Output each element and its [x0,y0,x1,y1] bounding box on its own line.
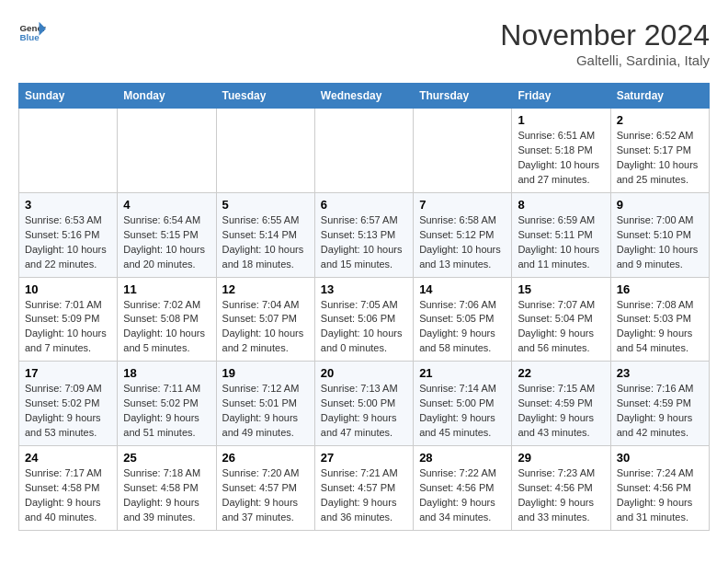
day-number: 18 [123,366,210,380]
day-number: 7 [419,198,506,212]
day-info: Sunrise: 7:08 AM Sunset: 5:03 PM Dayligh… [617,298,703,357]
calendar-cell [216,109,314,193]
calendar-cell: 6Sunrise: 6:57 AM Sunset: 5:13 PM Daylig… [314,192,413,277]
day-number: 15 [518,282,604,296]
calendar-cell: 25Sunrise: 7:18 AM Sunset: 4:58 PM Dayli… [118,446,216,531]
calendar-week-1: 3Sunrise: 6:53 AM Sunset: 5:16 PM Daylig… [19,192,710,277]
day-number: 3 [25,198,111,212]
title-block: November 2024 Galtelli, Sardinia, Italy [500,18,710,68]
day-info: Sunrise: 7:23 AM Sunset: 4:56 PM Dayligh… [518,466,604,525]
day-info: Sunrise: 6:54 AM Sunset: 5:15 PM Dayligh… [123,213,210,272]
calendar-cell: 14Sunrise: 7:06 AM Sunset: 5:05 PM Dayli… [414,277,512,362]
calendar-week-4: 24Sunrise: 7:17 AM Sunset: 4:58 PM Dayli… [19,446,710,531]
calendar-cell: 26Sunrise: 7:20 AM Sunset: 4:57 PM Dayli… [216,446,314,531]
day-number: 19 [222,366,309,380]
logo: General Blue [18,18,46,46]
calendar-cell: 11Sunrise: 7:02 AM Sunset: 5:08 PM Dayli… [118,277,216,362]
day-number: 22 [518,366,604,380]
logo-icon: General Blue [18,18,46,46]
day-info: Sunrise: 7:17 AM Sunset: 4:58 PM Dayligh… [25,466,111,525]
day-info: Sunrise: 7:06 AM Sunset: 5:05 PM Dayligh… [419,298,506,357]
day-info: Sunrise: 7:24 AM Sunset: 4:56 PM Dayligh… [617,466,703,525]
calendar-cell: 12Sunrise: 7:04 AM Sunset: 5:07 PM Dayli… [216,277,314,362]
calendar-cell: 21Sunrise: 7:14 AM Sunset: 5:00 PM Dayli… [414,362,512,446]
calendar-week-0: 1Sunrise: 6:51 AM Sunset: 5:18 PM Daylig… [19,109,710,193]
day-number: 11 [123,282,210,296]
day-number: 20 [321,366,407,380]
day-info: Sunrise: 7:14 AM Sunset: 5:00 PM Dayligh… [419,382,506,441]
day-number: 23 [617,366,703,380]
calendar-body: 1Sunrise: 6:51 AM Sunset: 5:18 PM Daylig… [19,109,710,531]
location-subtitle: Galtelli, Sardinia, Italy [500,52,710,68]
calendar-week-3: 17Sunrise: 7:09 AM Sunset: 5:02 PM Dayli… [19,362,710,446]
day-info: Sunrise: 7:22 AM Sunset: 4:56 PM Dayligh… [419,466,506,525]
calendar-cell: 28Sunrise: 7:22 AM Sunset: 4:56 PM Dayli… [414,446,512,531]
day-info: Sunrise: 7:05 AM Sunset: 5:06 PM Dayligh… [321,298,407,357]
calendar-cell [118,109,216,193]
day-info: Sunrise: 6:59 AM Sunset: 5:11 PM Dayligh… [518,213,604,272]
day-info: Sunrise: 7:18 AM Sunset: 4:58 PM Dayligh… [123,466,210,525]
calendar-cell: 3Sunrise: 6:53 AM Sunset: 5:16 PM Daylig… [19,192,118,277]
day-number: 25 [123,451,210,465]
calendar-cell: 19Sunrise: 7:12 AM Sunset: 5:01 PM Dayli… [216,362,314,446]
day-info: Sunrise: 6:55 AM Sunset: 5:14 PM Dayligh… [222,213,309,272]
weekday-header-saturday: Saturday [610,84,709,109]
day-number: 1 [518,113,604,127]
calendar-cell: 15Sunrise: 7:07 AM Sunset: 5:04 PM Dayli… [512,277,610,362]
calendar-header: SundayMondayTuesdayWednesdayThursdayFrid… [19,84,710,109]
day-number: 24 [25,451,111,465]
day-info: Sunrise: 6:52 AM Sunset: 5:17 PM Dayligh… [617,129,703,188]
calendar-cell: 16Sunrise: 7:08 AM Sunset: 5:03 PM Dayli… [610,277,709,362]
calendar-cell: 24Sunrise: 7:17 AM Sunset: 4:58 PM Dayli… [19,446,118,531]
svg-text:Blue: Blue [20,32,40,42]
day-number: 5 [222,198,309,212]
calendar-week-2: 10Sunrise: 7:01 AM Sunset: 5:09 PM Dayli… [19,277,710,362]
day-info: Sunrise: 6:53 AM Sunset: 5:16 PM Dayligh… [25,213,111,272]
weekday-header-friday: Friday [512,84,610,109]
calendar-cell: 30Sunrise: 7:24 AM Sunset: 4:56 PM Dayli… [610,446,709,531]
day-number: 12 [222,282,309,296]
calendar-cell [314,109,413,193]
day-number: 29 [518,451,604,465]
day-number: 27 [321,451,407,465]
calendar-cell [19,109,118,193]
day-info: Sunrise: 7:20 AM Sunset: 4:57 PM Dayligh… [222,466,309,525]
calendar-cell: 5Sunrise: 6:55 AM Sunset: 5:14 PM Daylig… [216,192,314,277]
calendar-cell: 13Sunrise: 7:05 AM Sunset: 5:06 PM Dayli… [314,277,413,362]
calendar-cell: 8Sunrise: 6:59 AM Sunset: 5:11 PM Daylig… [512,192,610,277]
day-number: 9 [617,198,703,212]
day-number: 26 [222,451,309,465]
day-info: Sunrise: 7:00 AM Sunset: 5:10 PM Dayligh… [617,213,703,272]
day-number: 28 [419,451,506,465]
day-info: Sunrise: 7:11 AM Sunset: 5:02 PM Dayligh… [123,382,210,441]
calendar-cell: 4Sunrise: 6:54 AM Sunset: 5:15 PM Daylig… [118,192,216,277]
day-number: 14 [419,282,506,296]
weekday-header-tuesday: Tuesday [216,84,314,109]
day-info: Sunrise: 7:13 AM Sunset: 5:00 PM Dayligh… [321,382,407,441]
day-number: 30 [617,451,703,465]
day-info: Sunrise: 7:09 AM Sunset: 5:02 PM Dayligh… [25,382,111,441]
day-info: Sunrise: 6:58 AM Sunset: 5:12 PM Dayligh… [419,213,506,272]
day-info: Sunrise: 7:16 AM Sunset: 4:59 PM Dayligh… [617,382,703,441]
day-number: 2 [617,113,703,127]
day-info: Sunrise: 7:07 AM Sunset: 5:04 PM Dayligh… [518,298,604,357]
day-number: 8 [518,198,604,212]
calendar-cell [414,109,512,193]
calendar-cell: 22Sunrise: 7:15 AM Sunset: 4:59 PM Dayli… [512,362,610,446]
day-number: 17 [25,366,111,380]
day-info: Sunrise: 6:57 AM Sunset: 5:13 PM Dayligh… [321,213,407,272]
weekday-header-wednesday: Wednesday [314,84,413,109]
day-number: 10 [25,282,111,296]
day-number: 13 [321,282,407,296]
month-title: November 2024 [500,18,710,52]
weekday-header-sunday: Sunday [19,84,118,109]
calendar-cell: 1Sunrise: 6:51 AM Sunset: 5:18 PM Daylig… [512,109,610,193]
calendar-cell: 7Sunrise: 6:58 AM Sunset: 5:12 PM Daylig… [414,192,512,277]
day-info: Sunrise: 6:51 AM Sunset: 5:18 PM Dayligh… [518,129,604,188]
day-number: 21 [419,366,506,380]
day-info: Sunrise: 7:12 AM Sunset: 5:01 PM Dayligh… [222,382,309,441]
day-info: Sunrise: 7:21 AM Sunset: 4:57 PM Dayligh… [321,466,407,525]
day-info: Sunrise: 7:15 AM Sunset: 4:59 PM Dayligh… [518,382,604,441]
calendar-cell: 20Sunrise: 7:13 AM Sunset: 5:00 PM Dayli… [314,362,413,446]
calendar-cell: 29Sunrise: 7:23 AM Sunset: 4:56 PM Dayli… [512,446,610,531]
